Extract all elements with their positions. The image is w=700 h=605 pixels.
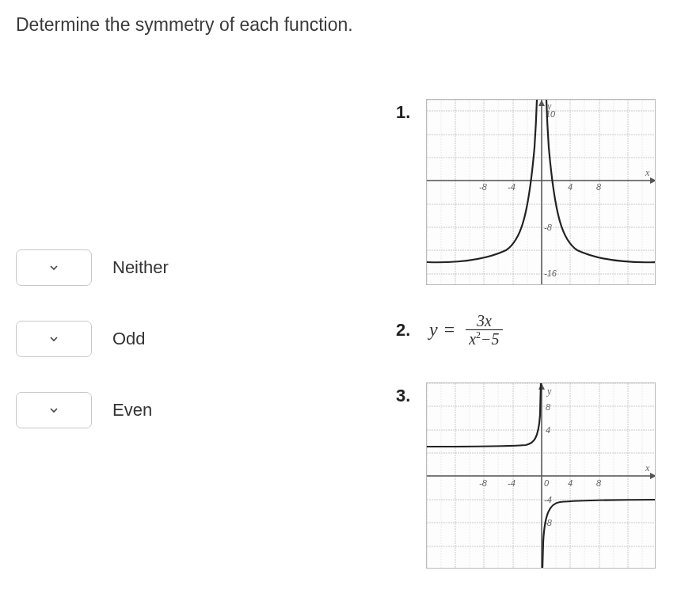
answer-label-2: Odd [112,329,146,349]
chevron-down-icon [49,263,59,272]
answer-row-2: Odd [16,321,396,357]
problem-number-3: 3. [396,386,426,406]
chevron-down-icon [49,405,59,415]
g1-ytick-n8: -8 [544,223,553,232]
dropdown-1[interactable] [16,249,92,286]
g3-xtick-n8: -8 [479,478,488,488]
g1-xtick-p8: 8 [596,182,602,192]
g3-xtick-p8: 8 [596,478,602,488]
page-title: Determine the symmetry of each function. [16,14,684,36]
g3-xtick-0: 0 [544,478,550,488]
answer-row-1: Neither [16,249,396,286]
fraction-denominator: x2−5 [466,330,502,348]
svg-marker-30 [650,177,656,184]
answers-column: Neither Odd Even [16,99,396,595]
fraction-numerator: 3x [474,312,495,329]
formula-eq: = [444,319,455,341]
g1-x-letter: x [645,167,650,178]
problem-number-1: 1. [396,102,426,123]
svg-marker-60 [650,473,656,479]
g3-ytick-n4: -4 [544,495,552,504]
graph-1: -8 -4 4 8 10 -8 -16 x y [426,99,656,285]
content-area: Neither Odd Even 1. [16,99,684,595]
g3-xtick-n4: -4 [508,478,515,488]
g3-ytick-p4: 4 [546,425,550,435]
g3-xtick-p4: 4 [568,478,573,488]
problems-column: 1. [396,99,684,595]
graph-3: -8 -4 0 4 8 8 4 -4 -8 x y [426,382,656,569]
g1-xtick-p4: 4 [568,182,573,192]
g1-ytick-n16: -16 [544,268,557,278]
problem-3: 3. [396,382,684,569]
problem-2: 2. y = 3x x2−5 [396,312,684,348]
dropdown-2[interactable] [16,321,92,357]
problem-1: 1. [396,99,684,285]
svg-marker-29 [538,100,545,106]
g3-y-letter: y [546,386,552,397]
answer-label-3: Even [112,400,152,420]
g1-xtick-n8: -8 [479,182,488,192]
chevron-down-icon [49,334,59,344]
answer-label-1: Neither [112,257,169,278]
g3-x-letter: x [645,462,650,474]
formula-lhs: y [429,319,438,341]
g1-xtick-n4: -4 [508,182,515,192]
answer-row-3: Even [16,392,396,428]
formula-2: y = 3x x2−5 [426,312,503,348]
g3-ytick-p8: 8 [546,402,551,412]
problem-number-2: 2. [396,320,426,341]
formula-fraction: 3x x2−5 [466,312,502,348]
dropdown-3[interactable] [16,392,92,428]
